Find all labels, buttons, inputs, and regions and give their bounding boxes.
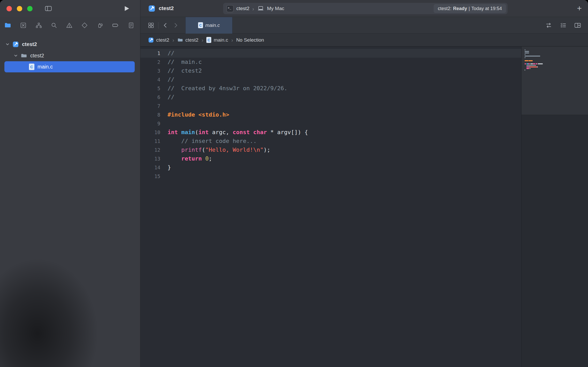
square-x-icon bbox=[20, 22, 27, 29]
editor-options-button[interactable] bbox=[560, 22, 567, 29]
minimap-content bbox=[525, 49, 586, 72]
project-navigator-button[interactable] bbox=[4, 22, 11, 29]
scheme-destination-button[interactable]: My Mac bbox=[257, 5, 284, 12]
status-divider: | bbox=[469, 6, 470, 11]
line-number[interactable]: 15 bbox=[140, 172, 160, 181]
divider bbox=[158, 22, 159, 29]
debug-navigator-button[interactable] bbox=[97, 22, 103, 29]
line-number[interactable]: 12 bbox=[140, 146, 160, 154]
line-number[interactable]: 8 bbox=[140, 110, 160, 119]
window-title: ctest2 bbox=[159, 5, 174, 11]
fullscreen-button[interactable] bbox=[27, 6, 33, 11]
code-line-8[interactable]: 8#include <stdio.h> bbox=[140, 110, 521, 119]
code-line-15[interactable]: 15 bbox=[140, 172, 521, 181]
code-line-4[interactable]: 4// bbox=[140, 75, 521, 84]
scheme-target-button[interactable]: >_ ctest2 bbox=[227, 5, 250, 12]
issue-navigator-button[interactable] bbox=[66, 22, 73, 29]
code-editor[interactable]: 1//2// main.c3// ctest24//5// Created by… bbox=[140, 47, 521, 367]
code-line-11[interactable]: 11 // insert code here... bbox=[140, 137, 521, 146]
line-number[interactable]: 6 bbox=[140, 93, 160, 102]
line-number[interactable]: 11 bbox=[140, 137, 160, 146]
code-text: return 0; bbox=[168, 155, 212, 162]
line-number[interactable]: 9 bbox=[140, 119, 160, 128]
code-line-6[interactable]: 6// bbox=[140, 93, 521, 102]
tree-row-group[interactable]: ctest2 bbox=[0, 50, 140, 61]
terminal-glyph: >_ bbox=[228, 6, 231, 10]
jumpbar-project[interactable]: ctest2 bbox=[148, 37, 169, 43]
tree-row-project[interactable]: ctest2 bbox=[0, 39, 140, 50]
navigator-sidebar: ctest2 ctest2 C main.c bbox=[0, 0, 140, 367]
code-text: printf("Hello, World!\n"); bbox=[168, 147, 270, 153]
symbol-navigator-button[interactable] bbox=[35, 22, 42, 29]
laptop-icon bbox=[257, 5, 264, 12]
minimize-button[interactable] bbox=[17, 6, 22, 11]
toolbar-title-group: ctest2 bbox=[148, 0, 174, 17]
close-button[interactable] bbox=[6, 6, 12, 11]
spray-icon bbox=[97, 22, 103, 29]
go-forward-button[interactable] bbox=[172, 22, 179, 28]
add-editor-button[interactable] bbox=[574, 22, 581, 29]
code-review-button[interactable] bbox=[545, 22, 552, 29]
c-badge-letter: C bbox=[199, 23, 202, 27]
jumpbar-selection[interactable]: No Selection bbox=[236, 37, 264, 43]
code-line-7[interactable]: 7 bbox=[140, 102, 521, 110]
code-line-10[interactable]: 10int main(int argc, const char * argv[]… bbox=[140, 128, 521, 137]
run-button[interactable] bbox=[123, 5, 130, 12]
code-line-5[interactable]: 5// Created by 4nsw3r on 2022/9/26. bbox=[140, 84, 521, 93]
tab-main-c[interactable]: C main.c bbox=[185, 17, 232, 34]
window-controls bbox=[6, 6, 33, 11]
jumpbar-file[interactable]: C main.c bbox=[206, 37, 228, 43]
scheme-destination-label: My Mac bbox=[267, 6, 284, 11]
folder-icon bbox=[21, 52, 27, 59]
main-area: ctest2 >_ ctest2 › My Mac bbox=[140, 0, 588, 367]
code-text: // ctest2 bbox=[168, 67, 202, 74]
line-number[interactable]: 10 bbox=[140, 128, 160, 137]
code-text: } bbox=[168, 164, 171, 171]
tag-icon bbox=[112, 22, 119, 29]
line-number[interactable]: 4 bbox=[140, 75, 160, 84]
go-back-button[interactable] bbox=[162, 22, 169, 28]
search-icon bbox=[51, 22, 57, 29]
source-control-navigator-button[interactable] bbox=[20, 22, 27, 29]
report-navigator-button[interactable] bbox=[128, 22, 134, 29]
jumpbar-group[interactable]: ctest2 bbox=[177, 37, 199, 43]
find-navigator-button[interactable] bbox=[51, 22, 57, 29]
line-number[interactable]: 7 bbox=[140, 102, 160, 110]
line-number[interactable]: 14 bbox=[140, 163, 160, 172]
code-line-1[interactable]: 1// bbox=[140, 49, 521, 58]
disclosure-chevron-icon[interactable] bbox=[13, 53, 18, 58]
folder-icon bbox=[177, 37, 183, 43]
activity-status[interactable]: ctest2: Ready | Today at 19:54 bbox=[434, 4, 506, 13]
code-line-13[interactable]: 13 return 0; bbox=[140, 154, 521, 163]
line-number[interactable]: 5 bbox=[140, 84, 160, 93]
line-number[interactable]: 2 bbox=[140, 58, 160, 66]
chevron-right-icon: › bbox=[231, 37, 233, 43]
grid-icon bbox=[148, 22, 154, 29]
jumpbar-project-label: ctest2 bbox=[156, 37, 169, 43]
code-line-14[interactable]: 14} bbox=[140, 163, 521, 172]
code-line-9[interactable]: 9 bbox=[140, 119, 521, 128]
chevron-right-icon bbox=[172, 22, 179, 28]
code-line-2[interactable]: 2// main.c bbox=[140, 58, 521, 66]
toggle-sidebar-button[interactable] bbox=[44, 5, 52, 12]
line-number[interactable]: 3 bbox=[140, 66, 160, 75]
code-line-12[interactable]: 12 printf("Hello, World!\n"); bbox=[140, 146, 521, 154]
chevron-right-icon: › bbox=[172, 37, 175, 43]
breakpoint-navigator-button[interactable] bbox=[112, 22, 119, 29]
scheme-pill: >_ ctest2 › My Mac ctest2: Ready bbox=[223, 3, 508, 14]
line-number[interactable]: 1 bbox=[140, 49, 160, 58]
show-all-tabs-button[interactable] bbox=[148, 22, 154, 29]
code-text: // main.c bbox=[168, 59, 202, 65]
report-doc-icon bbox=[128, 22, 134, 29]
chevron-left-icon bbox=[162, 22, 169, 28]
tree-row-file-selected[interactable]: C main.c bbox=[4, 61, 135, 72]
code-line-3[interactable]: 3// ctest2 bbox=[140, 66, 521, 75]
xcode-project-icon bbox=[148, 5, 155, 12]
sidebar-icon bbox=[44, 5, 52, 12]
disclosure-chevron-icon[interactable] bbox=[5, 42, 10, 47]
test-navigator-button[interactable] bbox=[81, 22, 88, 29]
library-add-button[interactable]: + bbox=[577, 0, 582, 17]
line-number[interactable]: 13 bbox=[140, 154, 160, 163]
status-state: Ready bbox=[453, 6, 467, 11]
minimap[interactable] bbox=[521, 47, 588, 367]
